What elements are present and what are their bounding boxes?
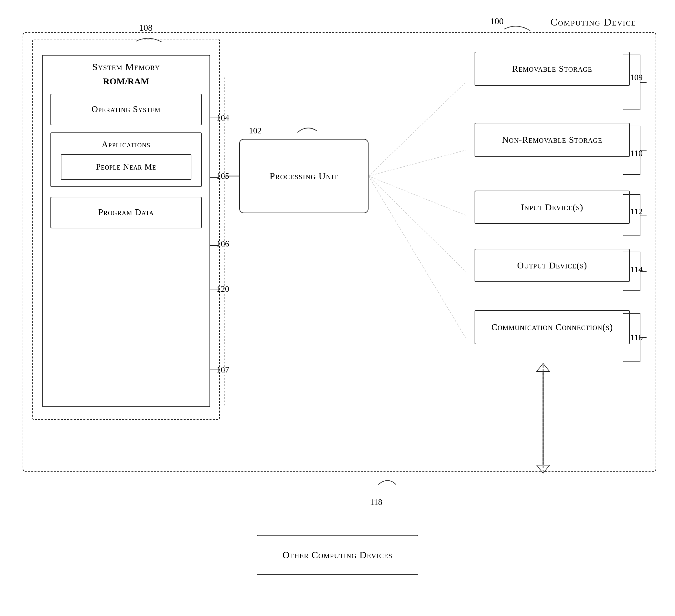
- system-memory-title: System Memory: [43, 56, 210, 75]
- label-110: 110: [630, 149, 643, 158]
- non-removable-storage-block: Non-Removable Storage: [474, 123, 630, 157]
- program-data-block: Program Data: [51, 197, 202, 229]
- non-removable-storage-title: Non-Removable Storage: [480, 133, 624, 147]
- label-116: 116: [630, 333, 643, 342]
- removable-storage-block: Removable Storage: [474, 52, 630, 86]
- applications-title: Applications: [54, 140, 198, 150]
- program-data-title: Program Data: [54, 206, 198, 219]
- computing-device-label: Computing Device: [550, 16, 636, 28]
- label-109: 109: [630, 73, 643, 82]
- diagram-container: Computing Device 100 108 System Memory R…: [13, 13, 662, 601]
- communication-connections-title: Communication Connection(s): [480, 321, 624, 334]
- label-102-indicator: 102: [249, 126, 261, 136]
- label-106: 106: [217, 239, 229, 249]
- operating-system-title: Operating System: [54, 103, 198, 116]
- other-computing-devices-title: Other Computing Devices: [262, 547, 413, 563]
- rom-ram-label: ROM/RAM: [43, 75, 210, 90]
- communication-connections-block: Communication Connection(s): [474, 310, 630, 344]
- processing-unit-title: Processing Unit: [270, 171, 339, 182]
- label-120: 120: [217, 284, 229, 294]
- removable-storage-title: Removable Storage: [480, 62, 624, 76]
- label-118: 118: [370, 498, 382, 507]
- output-devices-title: Output Device(s): [480, 259, 624, 272]
- system-memory-inner: System Memory ROM/RAM Operating System A…: [42, 55, 210, 407]
- other-computing-devices-block: Other Computing Devices: [257, 535, 418, 575]
- label-112: 112: [630, 207, 643, 216]
- input-devices-block: Input Device(s): [474, 191, 630, 224]
- operating-system-block: Operating System: [51, 94, 202, 125]
- label-114: 114: [630, 265, 643, 275]
- output-devices-block: Output Device(s): [474, 249, 630, 282]
- label-102: 102: [249, 126, 261, 135]
- label-104: 104: [217, 113, 229, 123]
- label-107: 107: [217, 365, 229, 375]
- people-near-me-title: People Near Me: [65, 161, 188, 173]
- label-108: 108: [139, 23, 153, 33]
- label-100: 100: [490, 16, 504, 26]
- processing-unit-block: Processing Unit: [239, 139, 369, 213]
- people-near-me-block: People Near Me: [61, 154, 192, 180]
- input-devices-title: Input Device(s): [480, 201, 624, 213]
- applications-block: Applications People Near Me: [51, 133, 202, 187]
- label-105: 105: [217, 171, 229, 181]
